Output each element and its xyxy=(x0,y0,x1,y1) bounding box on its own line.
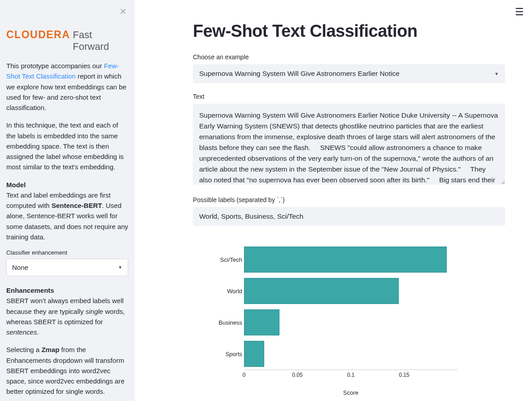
axis-tick: 0 xyxy=(243,372,246,378)
labels-label: Possible labels (separated by `,`) xyxy=(193,196,505,203)
close-icon[interactable]: × xyxy=(120,5,126,17)
axis-tick: 0.05 xyxy=(292,372,302,378)
enh1-end: . xyxy=(37,328,39,336)
example-selected-value: Supernova Warning System Will Give Astro… xyxy=(199,70,400,78)
bar-fill xyxy=(244,309,279,335)
bar-fill xyxy=(244,341,264,367)
bar-fill xyxy=(244,278,399,304)
page-title: Few-Shot Text Classification xyxy=(193,22,505,41)
caret-down-icon: ▼ xyxy=(494,71,499,76)
bar-row: Sci/Tech xyxy=(206,244,458,275)
bar-track xyxy=(244,247,458,273)
x-axis: 00.050.10.15 xyxy=(244,370,458,379)
bar-category-label: Business xyxy=(206,319,244,326)
technique-paragraph: In this technique, the text and each of … xyxy=(6,120,128,172)
enhancement-select[interactable]: None ▼ xyxy=(6,259,128,276)
enhancements-heading: Enhancements xyxy=(6,286,54,294)
axis-tick: 0.15 xyxy=(399,372,409,378)
bar-fill xyxy=(244,247,447,273)
text-input[interactable] xyxy=(193,104,505,185)
intro-pre: This prototype accompanies our xyxy=(6,62,104,70)
model-bold: Sentence-BERT xyxy=(52,202,102,209)
score-chart: Sci/TechWorldBusinessSports 00.050.10.15… xyxy=(206,244,458,396)
axis-tick: 0.1 xyxy=(347,372,355,378)
main-content: Few-Shot Text Classification Choose an e… xyxy=(135,0,532,401)
bar-category-label: Sci/Tech xyxy=(206,256,244,263)
x-axis-label: Score xyxy=(244,389,458,396)
example-select[interactable]: Supernova Warning System Will Give Astro… xyxy=(193,64,505,83)
enhancement-select-value: None xyxy=(12,264,28,271)
caret-down-icon: ▼ xyxy=(118,265,122,270)
labels-input[interactable] xyxy=(193,207,505,226)
brand-name: CLOUDERA xyxy=(6,29,70,41)
enhancements-paragraph-2: Selecting a Zmap from the Enhancements d… xyxy=(6,344,128,397)
brand-product: Fast Forward xyxy=(73,29,128,53)
enhancements-paragraph-1: Enhancements SBERT won't always embed la… xyxy=(6,285,128,337)
bar-row: Business xyxy=(206,307,458,338)
bar-track xyxy=(244,341,458,367)
sidebar: × CLOUDERA Fast Forward This prototype a… xyxy=(0,0,135,401)
bar-category-label: World xyxy=(206,288,244,295)
bar-track xyxy=(244,309,458,335)
intro-paragraph: This prototype accompanies our Few-Shot … xyxy=(6,61,128,113)
example-label: Choose an example xyxy=(193,53,505,61)
enh2-bold: Zmap xyxy=(41,346,59,353)
menu-icon[interactable]: ☰ xyxy=(515,6,524,18)
bar-track xyxy=(244,278,458,304)
enh2-pre: Selecting a xyxy=(6,346,41,353)
model-paragraph: Model Text and label embeddings are firs… xyxy=(6,180,128,242)
bar-row: Sports xyxy=(206,338,458,370)
enh1-em2: sentences xyxy=(6,328,37,336)
bar-category-label: Sports xyxy=(206,351,244,357)
enh1-em: single xyxy=(86,308,103,315)
enhancement-select-label: Classifier enhancement xyxy=(6,249,128,256)
text-label: Text xyxy=(193,93,505,100)
bar-row: World xyxy=(206,275,458,307)
model-heading: Model xyxy=(6,181,26,189)
brand: CLOUDERA Fast Forward xyxy=(6,29,128,53)
